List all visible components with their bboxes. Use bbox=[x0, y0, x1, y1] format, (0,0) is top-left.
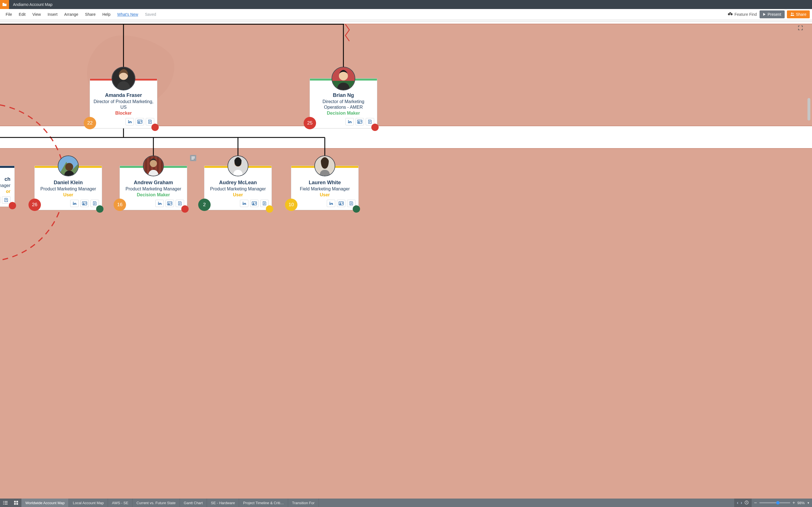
prev-tab-icon[interactable]: ‹ bbox=[737, 500, 739, 505]
svg-rect-45 bbox=[170, 203, 172, 203]
tab-nav: ‹ › bbox=[734, 499, 752, 507]
contact-card-icon[interactable] bbox=[356, 118, 364, 125]
note-indicator-icon[interactable] bbox=[190, 155, 196, 161]
status-dot bbox=[181, 205, 189, 213]
avatar-brian bbox=[332, 67, 355, 91]
linkedin-icon[interactable] bbox=[70, 200, 79, 207]
svg-rect-67 bbox=[4, 504, 8, 504]
contact-card-icon[interactable] bbox=[165, 200, 174, 207]
svg-point-17 bbox=[139, 121, 140, 122]
tab-current-future[interactable]: Current vs. Future State bbox=[133, 499, 180, 507]
canvas[interactable]: Amanda Fraser Director of Product Market… bbox=[0, 22, 812, 499]
card-amanda[interactable]: Amanda Fraser Director of Product Market… bbox=[90, 78, 157, 128]
svg-point-31 bbox=[65, 163, 73, 171]
avatar-daniel bbox=[58, 156, 79, 176]
svg-point-44 bbox=[168, 203, 170, 204]
role: User bbox=[294, 192, 356, 198]
linkedin-icon[interactable] bbox=[240, 200, 248, 207]
svg-rect-37 bbox=[146, 156, 147, 176]
svg-point-0 bbox=[728, 13, 730, 15]
count-badge: 22 bbox=[84, 117, 96, 129]
present-button[interactable]: Present bbox=[760, 10, 784, 18]
contact-card-icon[interactable] bbox=[80, 200, 89, 207]
svg-point-4 bbox=[793, 13, 794, 14]
fullscreen-icon[interactable] bbox=[798, 25, 803, 32]
menu-file[interactable]: File bbox=[2, 12, 15, 17]
linkedin-icon[interactable] bbox=[345, 118, 354, 125]
role: Decision Maker bbox=[313, 111, 374, 116]
svg-point-53 bbox=[253, 203, 254, 204]
chevron-down-icon[interactable]: ▼ bbox=[807, 501, 810, 504]
zoom-slider[interactable] bbox=[759, 502, 790, 503]
title: Product Marketing Manager bbox=[123, 186, 184, 192]
svg-rect-47 bbox=[192, 157, 195, 157]
linkedin-icon[interactable] bbox=[155, 200, 164, 207]
svg-point-1 bbox=[730, 13, 733, 15]
zoom-out-icon[interactable]: − bbox=[754, 500, 757, 506]
svg-point-3 bbox=[791, 12, 792, 14]
menubar: File Edit View Insert Arrange Share Help… bbox=[0, 9, 812, 20]
contact-card-icon[interactable] bbox=[136, 118, 144, 125]
menu-view[interactable]: View bbox=[29, 12, 44, 17]
contact-card-icon[interactable] bbox=[250, 200, 259, 207]
menu-edit[interactable]: Edit bbox=[15, 12, 29, 17]
tab-se-hardware[interactable]: SE - Hardware bbox=[207, 499, 239, 507]
people-icon bbox=[790, 12, 794, 17]
contact-card-icon[interactable] bbox=[337, 200, 345, 207]
menu-whats-new[interactable]: What's New bbox=[114, 12, 142, 17]
notes-icon[interactable] bbox=[2, 196, 10, 204]
tab-local[interactable]: Local Account Map bbox=[69, 499, 108, 507]
svg-rect-63 bbox=[4, 501, 8, 502]
svg-rect-70 bbox=[14, 503, 16, 505]
grid-view-icon[interactable] bbox=[11, 499, 21, 507]
svg-rect-62 bbox=[3, 501, 4, 502]
app-logo[interactable] bbox=[0, 0, 9, 9]
outline-view-icon[interactable] bbox=[0, 499, 11, 507]
feature-find[interactable]: Feature Find bbox=[728, 12, 757, 17]
tab-transition[interactable]: Transition For bbox=[288, 499, 319, 507]
card-brian[interactable]: Brian Ng Director of Marketing Operation… bbox=[310, 78, 377, 128]
title: Product Marketing Manager bbox=[38, 186, 99, 192]
document-title[interactable]: Andiamo Account Map bbox=[13, 2, 52, 7]
tab-gantt[interactable]: Gantt Chart bbox=[180, 499, 207, 507]
svg-rect-69 bbox=[16, 501, 18, 503]
title: Director of Product Marketing, US bbox=[93, 99, 154, 110]
share-button[interactable]: Share bbox=[787, 10, 810, 18]
vertical-scrollbar[interactable] bbox=[808, 98, 810, 121]
menu-insert[interactable]: Insert bbox=[44, 12, 61, 17]
share-label: Share bbox=[796, 12, 806, 17]
svg-rect-34 bbox=[85, 203, 87, 203]
role: Decision Maker bbox=[123, 192, 184, 198]
contact-card-icon[interactable] bbox=[0, 196, 0, 204]
card-audrey[interactable]: Audrey McLean Product Marketing Manager … bbox=[204, 166, 272, 210]
feature-find-label: Feature Find bbox=[734, 12, 757, 17]
next-tab-icon[interactable]: › bbox=[741, 500, 742, 505]
svg-rect-19 bbox=[140, 122, 142, 122]
tab-timeline[interactable]: Project Timeline & Criti… bbox=[239, 499, 288, 507]
linkedin-icon[interactable] bbox=[327, 200, 335, 207]
tab-aws-se[interactable]: AWS - SE bbox=[108, 499, 133, 507]
role: User bbox=[207, 192, 269, 198]
zoom-value[interactable]: 98% bbox=[797, 501, 805, 505]
zoom-in-icon[interactable]: + bbox=[793, 500, 795, 505]
status-dot bbox=[266, 205, 273, 213]
card-andrew[interactable]: Andrew Graham Product Marketing Manager … bbox=[119, 166, 187, 210]
svg-point-33 bbox=[83, 203, 85, 204]
card-partial[interactable]: ch nager or bbox=[0, 166, 15, 207]
count-badge: 10 bbox=[285, 199, 297, 211]
tab-worldwide[interactable]: Worldwide Account Map bbox=[21, 499, 69, 507]
svg-point-24 bbox=[358, 121, 360, 122]
avatar-lauren bbox=[314, 156, 335, 176]
count-badge: 16 bbox=[114, 199, 126, 211]
linkedin-icon[interactable] bbox=[125, 118, 134, 125]
menu-arrange[interactable]: Arrange bbox=[61, 12, 82, 17]
name: Andrew Graham bbox=[123, 180, 184, 186]
history-icon[interactable] bbox=[744, 500, 749, 506]
svg-rect-46 bbox=[170, 203, 172, 204]
menu-share[interactable]: Share bbox=[82, 12, 99, 17]
svg-rect-66 bbox=[3, 504, 4, 504]
titlebar: Andiamo Account Map bbox=[0, 0, 812, 9]
card-daniel[interactable]: Daniel Klein Product Marketing Manager U… bbox=[35, 166, 102, 210]
menu-help[interactable]: Help bbox=[99, 12, 114, 17]
card-lauren[interactable]: Lauren White Field Marketing Manager Use… bbox=[291, 166, 359, 210]
